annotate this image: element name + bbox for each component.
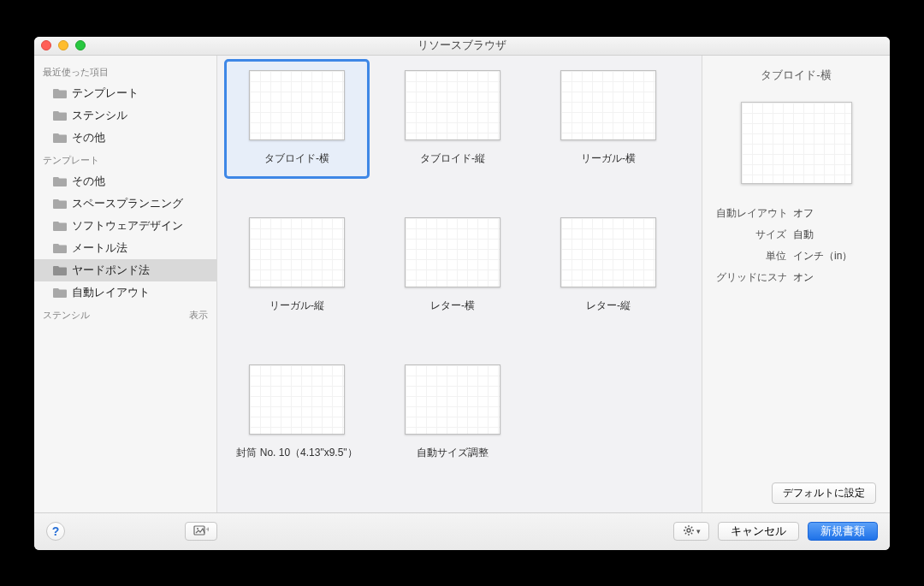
property-key: 自動レイアウト — [716, 206, 786, 221]
template-thumbnail — [405, 217, 500, 287]
template-cell-envelope-10[interactable]: 封筒 No. 10（4.13"x9.5"） — [224, 353, 370, 473]
inspector-property-row: 自動レイアウト オフ — [716, 206, 876, 221]
property-value: 自動 — [793, 228, 876, 242]
sidebar-item-label: テンプレート — [72, 86, 139, 101]
template-thumbnail — [560, 70, 656, 140]
template-thumbnail — [249, 70, 345, 140]
folder-icon — [53, 264, 67, 275]
inspector-property-row: サイズ 自動 — [716, 228, 876, 242]
sidebar-item-tmpl-metric[interactable]: メートル法 — [34, 237, 216, 259]
template-cell-legal-landscape[interactable]: リーガル-横 — [536, 59, 681, 179]
folder-icon — [53, 242, 67, 253]
template-grid: タブロイド-横 タブロイド-縦 リーガル-横 リーガル-縦 レター — [217, 56, 702, 494]
template-label: リーガル-横 — [581, 147, 636, 171]
template-cell-tabloid-landscape[interactable]: タブロイド-横 — [224, 59, 370, 179]
sidebar: 最近使った項目 テンプレート ステンシル その他 — [34, 56, 217, 512]
template-thumbnail — [560, 217, 656, 287]
svg-line-9 — [690, 532, 691, 533]
template-cell-legal-portrait[interactable]: リーガル-縦 — [224, 206, 370, 326]
footer: ? + ▾ キャンセル 新規書類 — [34, 512, 890, 550]
body: 最近使った項目 テンプレート ステンシル その他 — [34, 56, 890, 512]
sidebar-section-header: テンプレート — [34, 149, 216, 170]
svg-line-10 — [690, 526, 691, 527]
help-icon: ? — [52, 524, 60, 538]
spacer — [224, 181, 681, 204]
inspector-properties: 自動レイアウト オフ サイズ 自動 単位 インチ（in） グリッドにスナップ オ… — [716, 206, 876, 285]
sidebar-item-recent-other[interactable]: その他 — [34, 127, 216, 149]
sidebar-item-label: ソフトウェアデザイン — [72, 218, 183, 234]
window: リソースブラウザ 最近使った項目 テンプレート ステンシル — [34, 37, 890, 550]
new-document-button[interactable]: 新規書類 — [808, 522, 878, 541]
inspector-property-row: グリッドにスナップ オン — [716, 270, 876, 285]
sidebar-item-label: その他 — [72, 174, 105, 189]
import-button[interactable]: + — [185, 522, 217, 541]
template-grid-container: タブロイド-横 タブロイド-縦 リーガル-横 リーガル-縦 レター — [217, 56, 702, 512]
help-button[interactable]: ? — [46, 522, 65, 541]
sidebar-section-label: ステンシル — [43, 309, 90, 322]
property-value: オン — [793, 270, 876, 285]
sidebar-item-label: その他 — [72, 130, 105, 145]
template-thumbnail — [405, 70, 500, 140]
inspector-title: タブロイド-横 — [716, 68, 876, 83]
sidebar-item-tmpl-imperial[interactable]: ヤードポンド法 — [34, 259, 216, 281]
sidebar-item-tmpl-autolayout[interactable]: 自動レイアウト — [34, 281, 216, 304]
template-thumbnail — [249, 364, 345, 435]
folder-icon — [53, 175, 67, 186]
template-thumbnail — [405, 364, 500, 435]
sidebar-section-header: 最近使った項目 — [34, 61, 216, 82]
template-label: タブロイド-縦 — [420, 147, 485, 171]
sidebar-section-label: テンプレート — [43, 154, 99, 167]
svg-line-11 — [684, 532, 685, 533]
folder-icon — [53, 198, 67, 209]
sidebar-item-label: メートル法 — [72, 240, 127, 256]
template-cell-auto-size[interactable]: 自動サイズ調整 — [380, 353, 525, 473]
folder-icon — [53, 110, 67, 121]
folder-icon — [53, 220, 67, 231]
folder-icon — [53, 132, 67, 143]
svg-point-1 — [197, 528, 198, 530]
folder-icon — [53, 287, 67, 298]
sidebar-item-label: 自動レイアウト — [72, 285, 150, 300]
template-cell-letter-landscape[interactable]: レター-横 — [380, 206, 525, 326]
template-label: 自動サイズ調整 — [417, 441, 489, 465]
template-cell-letter-portrait[interactable]: レター-縦 — [536, 206, 681, 326]
sidebar-item-recent-templates[interactable]: テンプレート — [34, 82, 216, 104]
property-key: グリッドにスナップ — [716, 270, 786, 285]
template-label: レター-横 — [430, 294, 475, 318]
action-menu-button[interactable]: ▾ — [673, 522, 709, 541]
section-show-button[interactable]: 表示 — [189, 309, 208, 322]
template-thumbnail — [249, 217, 345, 287]
property-key: 単位 — [716, 249, 786, 263]
sidebar-item-label: ステンシル — [72, 108, 127, 123]
cancel-button[interactable]: キャンセル — [718, 522, 799, 541]
property-value: オフ — [793, 206, 876, 221]
sidebar-item-tmpl-space-planning[interactable]: スペースプランニング — [34, 192, 216, 215]
folder-icon — [53, 87, 67, 98]
spacer — [224, 328, 681, 352]
sidebar-item-tmpl-software-design[interactable]: ソフトウェアデザイン — [34, 215, 216, 237]
template-label: 封筒 No. 10（4.13"x9.5"） — [236, 441, 357, 465]
template-cell-tabloid-portrait[interactable]: タブロイド-縦 — [380, 59, 525, 179]
svg-line-8 — [684, 526, 685, 527]
sidebar-item-label: ヤードポンド法 — [72, 263, 150, 278]
svg-point-3 — [687, 529, 690, 532]
sidebar-item-label: スペースプランニング — [72, 196, 183, 211]
gear-icon — [683, 524, 695, 539]
template-label: タブロイド-横 — [264, 147, 329, 171]
sidebar-item-tmpl-other[interactable]: その他 — [34, 170, 216, 192]
sidebar-section-label: 最近使った項目 — [43, 66, 109, 79]
sidebar-item-recent-stencils[interactable]: ステンシル — [34, 104, 216, 127]
sidebar-section-header: ステンシル 表示 — [34, 304, 216, 325]
set-default-button[interactable]: デフォルトに設定 — [772, 482, 876, 504]
template-label: リーガル-縦 — [270, 294, 324, 318]
inspector-property-row: 単位 インチ（in） — [716, 249, 876, 263]
svg-text:+: + — [206, 525, 210, 534]
import-icon: + — [193, 524, 209, 539]
property-key: サイズ — [716, 228, 786, 242]
titlebar: リソースブラウザ — [34, 37, 890, 56]
template-label: レター-縦 — [586, 294, 631, 318]
window-title: リソースブラウザ — [34, 38, 890, 53]
inspector: タブロイド-横 自動レイアウト オフ サイズ 自動 単位 インチ（in） グリッ… — [702, 56, 890, 512]
inspector-preview — [741, 102, 852, 184]
chevron-down-icon: ▾ — [696, 527, 701, 536]
